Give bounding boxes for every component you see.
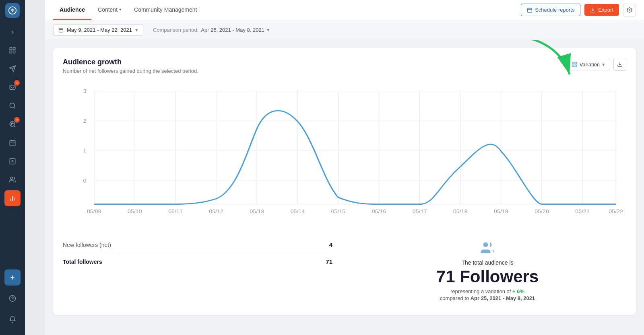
nav-tabs: Audience Content ▾ Community Management — [53, 0, 521, 20]
comparison-period-selector[interactable]: Comparison period: Apr 25, 2021 - May 8,… — [150, 25, 273, 35]
svg-line-10 — [14, 107, 15, 108]
dashboard-btn[interactable] — [4, 42, 21, 58]
chart-controls: Variation ▾ — [566, 58, 626, 71]
svg-point-31 — [629, 9, 630, 11]
svg-text:05/14: 05/14 — [290, 209, 305, 214]
svg-text:2: 2 — [83, 118, 86, 124]
variation-selector[interactable]: Variation ▾ — [566, 59, 610, 70]
listen-badge: 2 — [14, 117, 20, 123]
chart-title: Audience growth — [63, 58, 198, 66]
stats-row: New followers (net) 4 Total followers 71… — [63, 236, 626, 305]
add-btn[interactable]: + — [4, 269, 21, 286]
chart-svg: 3 2 1 0 — [63, 82, 626, 227]
audience-growth-card: Audience growth Number of net followers … — [53, 48, 636, 315]
svg-rect-12 — [10, 140, 15, 146]
total-followers-stat: Total followers 71 — [63, 253, 332, 270]
comparison-dropdown-arrow: ▾ — [267, 27, 270, 33]
svg-text:1: 1 — [83, 148, 86, 154]
schedule-reports-btn[interactable]: Schedule reports — [521, 4, 580, 16]
svg-text:05/19: 05/19 — [494, 209, 508, 214]
stats-left: New followers (net) 4 Total followers 71 — [63, 236, 349, 270]
stats-right: The total audience is 71 Followers repre… — [349, 236, 626, 305]
audience-label: The total audience is — [461, 259, 513, 266]
svg-point-11 — [10, 121, 14, 126]
chart-download-btn[interactable] — [613, 58, 626, 71]
help-btn[interactable] — [4, 290, 21, 306]
left-panel — [25, 0, 45, 335]
content-dropdown-arrow: ▾ — [119, 7, 121, 12]
svg-text:3: 3 — [83, 88, 86, 94]
variation-dropdown-arrow: ▾ — [602, 62, 605, 68]
svg-rect-5 — [13, 51, 15, 53]
date-dropdown-arrow: ▾ — [135, 27, 138, 33]
main-content: Audience Content ▾ Community Management … — [45, 0, 644, 335]
svg-point-1 — [12, 10, 13, 12]
svg-text:05/21: 05/21 — [575, 209, 590, 214]
svg-text:0: 0 — [83, 178, 86, 184]
svg-text:05/22: 05/22 — [609, 209, 623, 214]
chart-subtitle: Number of net followers gained during th… — [63, 68, 198, 74]
svg-text:05/16: 05/16 — [372, 209, 386, 214]
tab-audience[interactable]: Audience — [53, 0, 91, 20]
svg-text:05/20: 05/20 — [535, 209, 549, 214]
tab-content[interactable]: Content ▾ — [91, 0, 128, 20]
comparison-period-label: Apr 25, 2021 - May 8, 2021 — [471, 295, 535, 301]
followers-count: 71 Followers — [436, 267, 539, 286]
send-btn[interactable] — [4, 61, 21, 77]
svg-point-9 — [10, 103, 14, 108]
toolbar: May 9, 2021 - May 22, 2021 ▾ Comparison … — [45, 20, 644, 40]
settings-btn[interactable] — [623, 4, 636, 16]
chart-title-section: Audience growth Number of net followers … — [63, 58, 198, 74]
expand-collapse-btn[interactable]: › — [4, 24, 21, 40]
svg-text:05/13: 05/13 — [250, 209, 264, 214]
svg-rect-40 — [575, 65, 576, 66]
svg-rect-2 — [10, 47, 12, 49]
svg-text:05/15: 05/15 — [331, 209, 346, 214]
notifications-btn[interactable] — [4, 311, 21, 327]
svg-text:05/11: 05/11 — [168, 209, 183, 214]
sidebar: › 1 2 + — [0, 0, 25, 335]
inbox-btn[interactable]: 1 — [4, 79, 21, 95]
export-btn[interactable]: Export — [584, 4, 619, 16]
svg-text:05/17: 05/17 — [413, 209, 427, 214]
content-area: Audience growth Number of net followers … — [45, 40, 644, 335]
calendar-btn[interactable] — [4, 135, 21, 151]
new-followers-stat: New followers (net) 4 — [63, 236, 332, 253]
app-logo[interactable] — [5, 3, 20, 18]
svg-rect-38 — [575, 62, 576, 64]
chart-container: 3 2 1 0 — [63, 82, 626, 227]
svg-rect-3 — [13, 47, 15, 49]
svg-point-20 — [10, 177, 13, 179]
svg-rect-32 — [59, 28, 63, 32]
variation-description: representing a variation of + 6% — [450, 288, 524, 294]
inbox-badge: 1 — [14, 80, 20, 86]
tasks-btn[interactable] — [4, 153, 21, 169]
svg-rect-26 — [528, 8, 532, 12]
svg-rect-4 — [10, 51, 12, 53]
svg-text:05/18: 05/18 — [453, 209, 468, 214]
chart-header: Audience growth Number of net followers … — [63, 58, 626, 74]
listen-btn[interactable]: 2 — [4, 116, 21, 132]
nav-actions: Schedule reports Export — [521, 4, 636, 16]
svg-text:05/10: 05/10 — [128, 209, 142, 214]
search-btn[interactable] — [4, 98, 21, 114]
tab-community[interactable]: Community Management — [128, 0, 203, 20]
svg-text:05/09: 05/09 — [87, 209, 101, 214]
comparison-text: compared to Apr 25, 2021 - May 8, 2021 — [440, 295, 535, 301]
svg-point-79 — [483, 243, 488, 247]
date-range-picker[interactable]: May 9, 2021 - May 22, 2021 ▾ — [53, 24, 143, 36]
team-btn[interactable] — [4, 172, 21, 188]
audience-icon — [479, 240, 495, 258]
svg-text:05/12: 05/12 — [209, 209, 223, 214]
top-nav: Audience Content ▾ Community Management … — [45, 0, 644, 20]
svg-rect-37 — [572, 62, 574, 64]
variation-pct: + 6% — [512, 288, 524, 294]
svg-rect-39 — [572, 65, 574, 66]
analytics-btn[interactable] — [4, 190, 21, 206]
